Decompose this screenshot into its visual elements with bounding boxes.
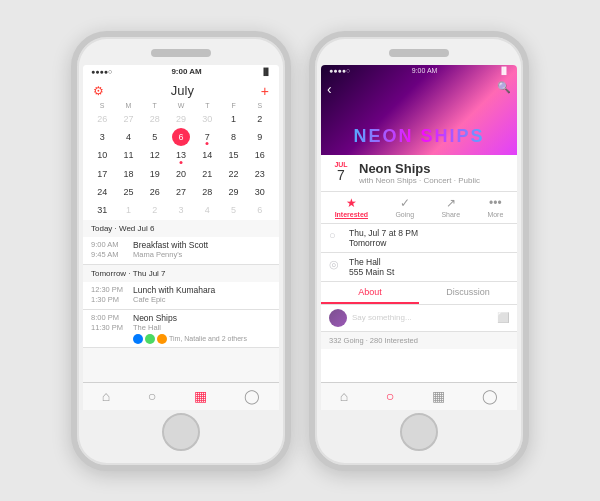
cal-day[interactable]: 13 xyxy=(168,146,194,164)
cal-day[interactable]: 26 xyxy=(89,110,115,128)
event-info: JUL 7 Neon Ships with Neon Ships · Conce… xyxy=(321,155,517,192)
volume-up-button[interactable] xyxy=(71,117,73,139)
cal-day[interactable]: 31 xyxy=(89,201,115,219)
cal-day[interactable]: 21 xyxy=(194,165,220,183)
calendar-week-2: 3 4 5 6 7 8 9 xyxy=(89,128,273,146)
power-button[interactable] xyxy=(289,127,291,157)
cal-day[interactable]: 7 xyxy=(194,128,220,146)
event-title: Neon Ships xyxy=(359,161,509,176)
cal-day[interactable]: 5 xyxy=(220,201,246,219)
dow-sat: S xyxy=(247,101,273,110)
cal-day[interactable]: 2 xyxy=(142,201,168,219)
cal-day[interactable]: 6 xyxy=(247,201,273,219)
tab-search[interactable]: ○ xyxy=(386,388,394,404)
comment-input[interactable]: Say something... xyxy=(352,313,492,322)
cal-day[interactable]: 2 xyxy=(247,110,273,128)
cal-day[interactable]: 18 xyxy=(115,165,141,183)
event-location-text: The Hall 555 Main St xyxy=(349,257,394,277)
cal-day[interactable]: 11 xyxy=(115,146,141,164)
tab-calendar[interactable]: ▦ xyxy=(432,388,445,404)
power-button[interactable] xyxy=(527,127,529,157)
cal-day[interactable]: 30 xyxy=(247,183,273,201)
event-hero-title: NEON SHIPS xyxy=(321,126,517,147)
action-interested[interactable]: ★ Interested xyxy=(335,196,368,219)
dow-tue: T xyxy=(142,101,168,110)
hero-signal: ●●●●○ xyxy=(329,67,350,74)
event-title: Neon Ships xyxy=(133,313,271,323)
star-icon: ★ xyxy=(346,196,357,210)
cal-day[interactable]: 22 xyxy=(220,165,246,183)
tab-home[interactable]: ⌂ xyxy=(340,388,348,404)
cal-day[interactable]: 27 xyxy=(168,183,194,201)
event-day: 7 xyxy=(329,168,353,182)
event-breakfast[interactable]: 9:00 AM 9:45 AM Breakfast with Scott Mam… xyxy=(83,237,279,265)
action-share[interactable]: ↗ Share xyxy=(441,196,460,219)
cal-day[interactable]: 24 xyxy=(89,183,115,201)
action-more-label: More xyxy=(487,211,503,218)
volume-down-button[interactable] xyxy=(309,147,311,169)
cal-day[interactable]: 3 xyxy=(89,128,115,146)
cal-day[interactable]: 4 xyxy=(194,201,220,219)
event-time: 8:00 PM 11:30 PM xyxy=(91,313,133,344)
event-time-detail: ○ Thu, Jul 7 at 8 PM Tomorrow xyxy=(321,224,517,253)
cal-day[interactable]: 28 xyxy=(142,110,168,128)
cal-day[interactable]: 27 xyxy=(115,110,141,128)
event-details: Lunch with Kumahara Cafe Epic xyxy=(133,285,271,306)
cal-day[interactable]: 9 xyxy=(247,128,273,146)
tab-profile[interactable]: ◯ xyxy=(482,388,498,404)
image-icon[interactable]: ⬜ xyxy=(497,312,509,323)
event-lunch[interactable]: 12:30 PM 1:30 PM Lunch with Kumahara Caf… xyxy=(83,282,279,310)
tab-search[interactable]: ○ xyxy=(148,388,156,404)
status-bar: ●●●●○ 9:00 AM ▐▌ xyxy=(83,65,279,79)
action-share-label: Share xyxy=(441,211,460,218)
cal-day[interactable]: 30 xyxy=(194,110,220,128)
event-time-label: Thu, Jul 7 at 8 PM xyxy=(349,228,418,238)
dow-fri: F xyxy=(220,101,246,110)
event-neon-ships[interactable]: 8:00 PM 11:30 PM Neon Ships The Hall Tim… xyxy=(83,310,279,348)
tab-discussion[interactable]: Discussion xyxy=(419,282,517,304)
cal-day[interactable]: 26 xyxy=(142,183,168,201)
cal-day[interactable]: 4 xyxy=(115,128,141,146)
event-location-label: The Hall xyxy=(349,257,394,267)
cal-day[interactable]: 20 xyxy=(168,165,194,183)
event-screen: ●●●●○ 9:00 AM ▐▌ ‹ 🔍 NEON SHIPS JUL 7 Ne… xyxy=(321,65,517,410)
cal-day[interactable]: 23 xyxy=(247,165,273,183)
volume-down-button[interactable] xyxy=(71,147,73,169)
tab-calendar[interactable]: ▦ xyxy=(194,388,207,404)
cal-day[interactable]: 14 xyxy=(194,146,220,164)
tab-home[interactable]: ⌂ xyxy=(102,388,110,404)
settings-icon[interactable]: ⚙ xyxy=(93,84,104,98)
cal-day[interactable]: 25 xyxy=(115,183,141,201)
dow-thu: T xyxy=(194,101,220,110)
back-button[interactable]: ‹ xyxy=(327,81,332,97)
dow-mon: M xyxy=(115,101,141,110)
cal-day[interactable]: 15 xyxy=(220,146,246,164)
cal-day[interactable]: 3 xyxy=(168,201,194,219)
cal-day[interactable]: 28 xyxy=(194,183,220,201)
add-event-icon[interactable]: + xyxy=(261,83,269,99)
cal-day[interactable]: 5 xyxy=(142,128,168,146)
signal-icon: ●●●●○ xyxy=(91,68,112,75)
volume-up-button[interactable] xyxy=(309,117,311,139)
calendar-header: ⚙ July + xyxy=(83,79,279,101)
hero-battery: ▐▌ xyxy=(499,67,509,74)
event-subtitle: The Hall xyxy=(133,323,271,332)
search-button[interactable]: 🔍 xyxy=(497,81,511,94)
cal-day[interactable]: 16 xyxy=(247,146,273,164)
cal-day[interactable]: 29 xyxy=(220,183,246,201)
tab-about[interactable]: About xyxy=(321,282,419,304)
tab-profile[interactable]: ◯ xyxy=(244,388,260,404)
cal-day[interactable]: 17 xyxy=(89,165,115,183)
event-subtitle: Mama Penny's xyxy=(133,250,271,259)
cal-day[interactable]: 19 xyxy=(142,165,168,183)
action-going[interactable]: ✓ Going xyxy=(395,196,414,219)
cal-day-today[interactable]: 6 xyxy=(172,128,190,146)
cal-day[interactable]: 29 xyxy=(168,110,194,128)
cal-day[interactable]: 1 xyxy=(220,110,246,128)
cal-day[interactable]: 8 xyxy=(220,128,246,146)
event-date-badge: JUL 7 xyxy=(329,161,353,182)
cal-day[interactable]: 1 xyxy=(115,201,141,219)
cal-day[interactable]: 12 xyxy=(142,146,168,164)
cal-day[interactable]: 10 xyxy=(89,146,115,164)
action-more[interactable]: ••• More xyxy=(487,196,503,219)
